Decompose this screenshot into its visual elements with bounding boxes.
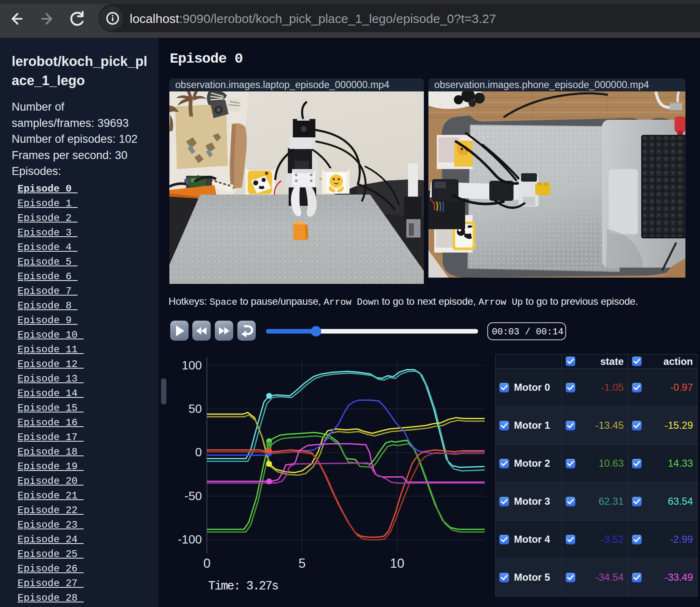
svg-text:10: 10 <box>390 556 404 571</box>
svg-text:50: 50 <box>189 402 202 415</box>
svg-text:Time: 3.27s: Time: 3.27s <box>208 579 278 593</box>
svg-text:0: 0 <box>203 556 210 571</box>
svg-text:5: 5 <box>298 556 305 571</box>
svg-text:-100: -100 <box>178 533 202 546</box>
svg-text:0: 0 <box>195 445 202 459</box>
svg-text:100: 100 <box>182 359 202 372</box>
svg-text:-50: -50 <box>184 489 202 503</box>
